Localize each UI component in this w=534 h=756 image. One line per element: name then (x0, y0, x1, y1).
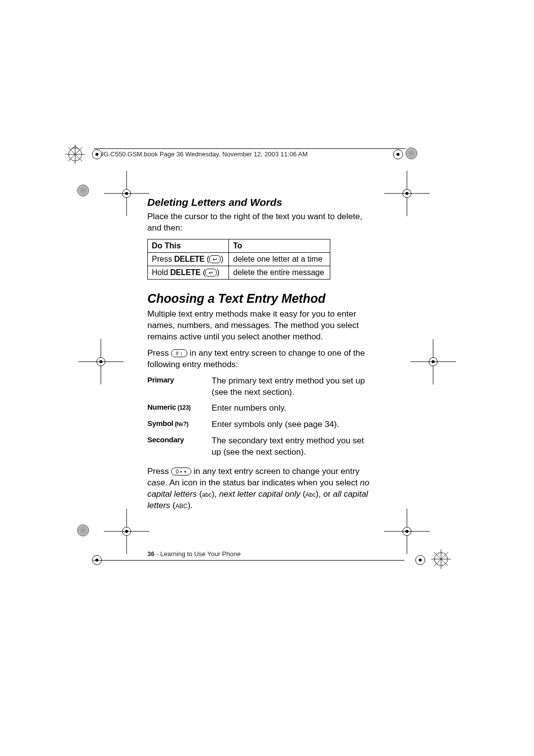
svg-line-6 (71, 146, 75, 149)
col-to: To (229, 239, 330, 252)
text: ( (201, 268, 206, 277)
chapter-title: Learning to Use Your Phone (160, 550, 241, 558)
regmark-circle (77, 524, 89, 536)
text: ), or (316, 489, 333, 499)
text: ) (217, 268, 219, 277)
delete-key-icon: ↩ (209, 255, 221, 263)
regmark-cross (93, 354, 109, 370)
regmark-dot (92, 149, 102, 159)
method-def: The primary text entry method you set up… (212, 376, 375, 398)
text: ( (300, 489, 305, 499)
text: Press (152, 255, 174, 263)
regmark-cross (399, 523, 415, 539)
text: Press (147, 348, 171, 358)
text: ( (205, 255, 210, 263)
method-term: Symbol (№?) (147, 419, 212, 430)
page-number: 36 (147, 550, 154, 558)
text: ( (170, 501, 175, 510)
key-label: DELETE (174, 255, 204, 263)
regmark-circle (77, 185, 89, 196)
table-row: Press DELETE (↩) delete one letter at a … (148, 252, 330, 266)
method-term: Primary (147, 376, 212, 398)
regmark-sunburst (64, 143, 86, 165)
text-italic: next letter capital only (219, 489, 300, 499)
case-icon-Abc: Abc (306, 491, 316, 498)
method-def: The secondary text entry method you set … (212, 435, 375, 458)
text: Press (147, 467, 171, 476)
text: ( (197, 489, 202, 499)
text: ). (187, 501, 192, 510)
regmark-cross (425, 354, 441, 370)
heading-deleting: Deleting Letters and Words (147, 196, 375, 208)
delete-table: Do This To Press DELETE (↩) delete one l… (147, 239, 330, 280)
zero-key-icon: 0 • + (171, 468, 191, 475)
regmark-cross (119, 186, 134, 201)
case-icon-abc: abc (202, 491, 212, 498)
para-multiple-methods: Multiple text entry methods make it easy… (147, 309, 375, 343)
method-def: Enter symbols only (see page 34). (212, 419, 375, 430)
regmark-cross (399, 186, 415, 201)
page-body: Deleting Letters and Words Place the cur… (147, 196, 375, 517)
method-term: Numeric (123) (147, 403, 212, 414)
text: in any text entry screen to change your … (191, 467, 359, 476)
page-footer: 36 - Learning to Use Your Phone (147, 550, 241, 558)
header-rule (94, 148, 405, 149)
regmark-cross (119, 523, 134, 539)
running-header: UG.C550.GSM.book Page 36 Wednesday, Nove… (99, 150, 308, 158)
regmark-circle (405, 147, 417, 159)
svg-line-5 (75, 146, 79, 149)
case-icon-ABC: ABC (176, 503, 188, 510)
text: ), (212, 489, 219, 499)
hash-key-icon: # ↕ (171, 349, 187, 357)
method-term: Secondary (147, 435, 212, 458)
text-italic: case (147, 478, 165, 487)
intro-text: Place the cursor to the right of the tex… (147, 211, 375, 234)
to-cell: delete the entire message (229, 266, 330, 279)
footer-sep: - (154, 550, 160, 558)
regmark-dot (415, 555, 425, 565)
method-def: Enter numbers only. (212, 403, 375, 414)
para-case: Press 0 • + in any text entry screen to … (147, 466, 375, 512)
regmark-dot (393, 149, 403, 159)
do-cell: Press DELETE (↩) (148, 252, 229, 266)
entry-methods-list: Primary The primary text entry method yo… (147, 376, 375, 459)
text: ) (221, 255, 223, 263)
col-do-this: Do This (148, 239, 229, 252)
table-row: Hold DELETE (↩) delete the entire messag… (148, 266, 330, 279)
delete-key-icon: ↩ (205, 269, 217, 277)
to-cell: delete one letter at a time (229, 252, 330, 266)
footer-rule (93, 560, 404, 561)
heading-choosing: Choosing a Text Entry Method (147, 291, 375, 306)
para-press-hash: Press # ↕ in any text entry screen to ch… (147, 348, 375, 371)
text: . An icon in the status bar indicates wh… (165, 478, 360, 487)
regmark-sunburst (430, 548, 452, 570)
text: Hold (152, 268, 170, 277)
do-cell: Hold DELETE (↩) (148, 266, 229, 279)
key-label: DELETE (170, 268, 200, 277)
